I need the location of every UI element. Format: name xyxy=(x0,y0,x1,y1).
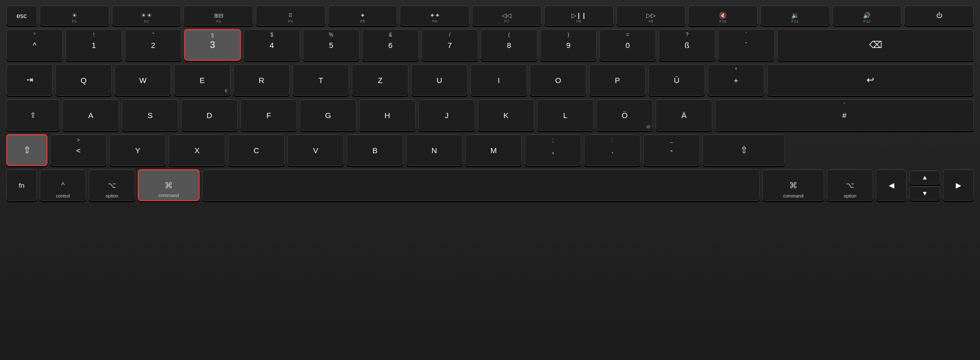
key-g[interactable]: G xyxy=(300,99,356,131)
key-option-left[interactable]: ⌥ option xyxy=(89,169,135,201)
zxcv-row: ⇧ > < Y X C V B N M ; , : xyxy=(6,134,974,166)
key-c[interactable]: C xyxy=(228,134,285,166)
key-f10[interactable]: 🔇 F10 xyxy=(688,5,758,26)
key-f[interactable]: F xyxy=(240,99,297,131)
key-u[interactable]: U xyxy=(411,64,468,96)
arrow-up-down-group: ▲ ▼ xyxy=(909,170,940,201)
key-f4[interactable]: ⠿ F4 xyxy=(256,5,325,26)
key-f7[interactable]: ◁◁ F7 xyxy=(472,5,542,26)
key-5[interactable]: % 5 xyxy=(303,29,360,61)
key-9[interactable]: ) 9 xyxy=(540,29,597,61)
key-ae[interactable]: Ä xyxy=(656,99,712,131)
key-y[interactable]: Y xyxy=(109,134,166,166)
key-command-right[interactable]: ⌘ command xyxy=(762,169,824,201)
key-6[interactable]: & 6 xyxy=(362,29,419,61)
key-f12[interactable]: 🔊 F12 xyxy=(832,5,902,26)
key-f8[interactable]: ▷❙❙ F8 xyxy=(544,5,614,26)
key-arrow-down[interactable]: ▼ xyxy=(909,186,940,201)
key-arrow-up[interactable]: ▲ xyxy=(909,170,940,185)
key-f5[interactable]: ✦ F5 xyxy=(328,5,398,26)
key-1[interactable]: ! 1 xyxy=(66,29,122,61)
key-m[interactable]: M xyxy=(465,134,522,166)
key-shift-left[interactable]: ⇧ xyxy=(6,134,47,166)
keyboard: esc ☀ F1 ☀☀ F2 ⊞⊟ F3 ⠿ F4 ✦ F5 ✦✦ F6 ◁◁ … xyxy=(0,0,980,360)
num-row: ° ^ ! 1 " 2 § 3 $ 4 % 5 & 6 / 7 xyxy=(6,29,974,61)
key-4[interactable]: $ 4 xyxy=(243,29,300,61)
fn-row: esc ☀ F1 ☀☀ F2 ⊞⊟ F3 ⠿ F4 ✦ F5 ✦✦ F6 ◁◁ … xyxy=(6,5,974,26)
key-i[interactable]: I xyxy=(470,64,527,96)
key-f6[interactable]: ✦✦ F6 xyxy=(400,5,469,26)
key-7[interactable]: / 7 xyxy=(421,29,478,61)
key-return[interactable]: ↩ xyxy=(767,64,974,96)
key-oe[interactable]: Ö @ xyxy=(596,99,653,131)
key-esc[interactable]: esc xyxy=(6,5,37,26)
key-e[interactable]: E € xyxy=(174,64,231,96)
key-caret[interactable]: ° ^ xyxy=(6,29,63,61)
key-f9[interactable]: ▷▷ F9 xyxy=(616,5,686,26)
key-acute[interactable]: ` ´ xyxy=(718,29,775,61)
key-f11[interactable]: 🔉 F11 xyxy=(760,5,830,26)
key-plus[interactable]: * + xyxy=(708,64,764,96)
key-caps[interactable]: ⇪ xyxy=(6,99,60,131)
key-t[interactable]: T xyxy=(292,64,349,96)
key-v[interactable]: V xyxy=(287,134,344,166)
key-fn[interactable]: fn xyxy=(6,169,37,201)
key-z[interactable]: Z xyxy=(352,64,409,96)
qwerty-row: ⇥ Q W E € R T Z U I O P xyxy=(6,64,974,96)
key-q[interactable]: Q xyxy=(55,64,112,96)
key-f1[interactable]: ☀ F1 xyxy=(40,5,109,26)
key-iso[interactable]: > < xyxy=(50,134,107,166)
key-h[interactable]: H xyxy=(359,99,416,131)
key-b[interactable]: B xyxy=(347,134,403,166)
key-3[interactable]: § 3 xyxy=(184,29,241,61)
key-comma[interactable]: ; , xyxy=(525,134,581,166)
key-ue[interactable]: Ü xyxy=(648,64,705,96)
key-d[interactable]: D xyxy=(181,99,238,131)
bottom-row: fn ^ control ⌥ option ⌘ command ⌘ comman… xyxy=(6,169,974,201)
key-arrow-right[interactable]: ▶ xyxy=(943,169,974,201)
key-option-right[interactable]: ⌥ option xyxy=(827,169,873,201)
asdf-row: ⇪ A S D F G H J K L Ö @ xyxy=(6,99,974,131)
key-0[interactable]: = 0 xyxy=(599,29,656,61)
key-k[interactable]: K xyxy=(478,99,534,131)
key-f2[interactable]: ☀☀ F2 xyxy=(112,5,182,26)
key-n[interactable]: N xyxy=(406,134,463,166)
key-shift-right[interactable]: ⇧ xyxy=(703,134,785,166)
key-a[interactable]: A xyxy=(62,99,119,131)
key-p[interactable]: P xyxy=(589,64,646,96)
key-arrow-left[interactable]: ◀ xyxy=(876,169,907,201)
key-8[interactable]: ( 8 xyxy=(481,29,537,61)
key-s[interactable]: S xyxy=(122,99,178,131)
key-space[interactable] xyxy=(202,169,760,201)
key-dot[interactable]: : . xyxy=(584,134,641,166)
key-2[interactable]: " 2 xyxy=(125,29,182,61)
key-f3[interactable]: ⊞⊟ F3 xyxy=(184,5,253,26)
key-r[interactable]: R xyxy=(233,64,290,96)
key-backspace[interactable]: ⌫ xyxy=(777,29,974,61)
key-j[interactable]: J xyxy=(418,99,475,131)
key-tab[interactable]: ⇥ xyxy=(6,64,53,96)
key-power[interactable]: ⏻ xyxy=(904,5,974,26)
key-command-left[interactable]: ⌘ command xyxy=(138,169,200,201)
key-l[interactable]: L xyxy=(537,99,594,131)
key-o[interactable]: O xyxy=(530,64,586,96)
key-sz[interactable]: ? ß xyxy=(659,29,715,61)
key-hash[interactable]: ' # xyxy=(715,99,974,131)
key-dash[interactable]: _ - xyxy=(643,134,700,166)
key-w[interactable]: W xyxy=(115,64,171,96)
key-control[interactable]: ^ control xyxy=(40,169,86,201)
key-x[interactable]: X xyxy=(169,134,225,166)
